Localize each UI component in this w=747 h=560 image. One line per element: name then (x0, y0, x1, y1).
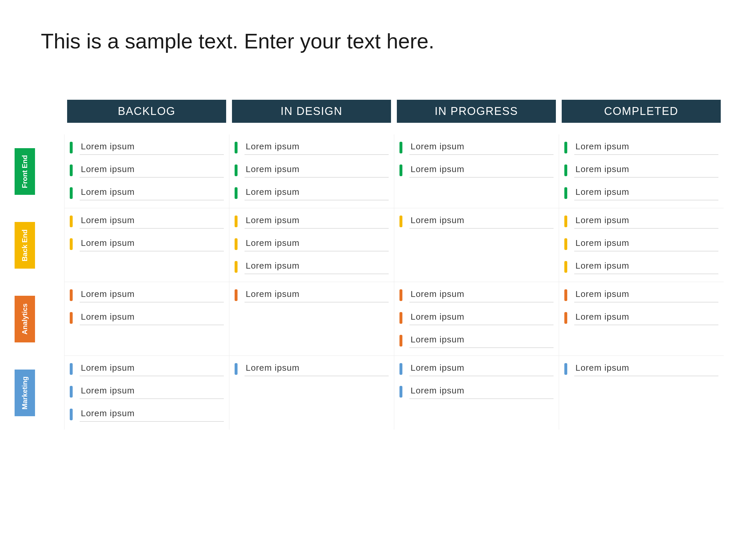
board-cell: Lorem ipsumLorem ipsum (64, 282, 229, 356)
card-text: Lorem ipsum (80, 237, 224, 251)
row-label: Front End (15, 148, 35, 195)
kanban-card[interactable]: Lorem ipsum (70, 237, 224, 251)
kanban-card[interactable]: Lorem ipsum (235, 237, 389, 251)
column-header: BACKLOG (67, 100, 226, 123)
row-label: Analytics (15, 296, 35, 342)
board-cell: Lorem ipsum (559, 356, 724, 430)
card-text: Lorem ipsum (244, 140, 389, 155)
card-text: Lorem ipsum (574, 260, 718, 274)
column-header: IN DESIGN (232, 100, 391, 123)
card-text: Lorem ipsum (244, 288, 389, 302)
kanban-card[interactable]: Lorem ipsum (564, 163, 718, 178)
kanban-card[interactable]: Lorem ipsum (400, 214, 553, 229)
slide: This is a sample text. Enter your text h… (0, 0, 747, 560)
kanban-card[interactable]: Lorem ipsum (70, 288, 224, 302)
card-text: Lorem ipsum (409, 362, 553, 376)
card-color-tick (564, 289, 567, 301)
kanban-card[interactable]: Lorem ipsum (235, 214, 389, 229)
card-text: Lorem ipsum (80, 186, 224, 201)
column-header: COMPLETED (562, 100, 721, 123)
card-color-tick (564, 216, 567, 227)
card-color-tick (70, 312, 73, 324)
card-color-tick (70, 289, 73, 301)
card-color-tick (235, 238, 237, 250)
kanban-card[interactable]: Lorem ipsum (400, 362, 553, 376)
kanban-card[interactable]: Lorem ipsum (70, 311, 224, 325)
kanban-card[interactable]: Lorem ipsum (70, 140, 224, 155)
kanban-card[interactable]: Lorem ipsum (400, 311, 553, 325)
board-cell: Lorem ipsum (229, 356, 394, 430)
card-color-tick (70, 386, 73, 398)
kanban-card[interactable]: Lorem ipsum (400, 384, 553, 399)
row-label-wrap: Analytics (12, 282, 64, 356)
card-text: Lorem ipsum (409, 140, 553, 155)
card-color-tick (235, 216, 237, 227)
kanban-card[interactable]: Lorem ipsum (70, 163, 224, 178)
card-text: Lorem ipsum (574, 288, 718, 302)
row-label: Back End (15, 222, 35, 269)
board-cell: Lorem ipsum (394, 208, 559, 282)
board-cell: Lorem ipsumLorem ipsum (559, 282, 724, 356)
board-cell: Lorem ipsumLorem ipsumLorem ipsum (229, 134, 394, 208)
kanban-card[interactable]: Lorem ipsum (70, 407, 224, 422)
card-color-tick (70, 216, 73, 227)
kanban-card[interactable]: Lorem ipsum (564, 288, 718, 302)
card-color-tick (400, 164, 403, 176)
kanban-card[interactable]: Lorem ipsum (70, 186, 224, 201)
card-color-tick (564, 312, 567, 324)
kanban-board: BACKLOGIN DESIGNIN PROGRESSCOMPLETEDFron… (12, 100, 724, 430)
card-color-tick (400, 289, 403, 301)
kanban-card[interactable]: Lorem ipsum (70, 214, 224, 229)
kanban-card[interactable]: Lorem ipsum (564, 140, 718, 155)
row-label-wrap: Front End (12, 134, 64, 208)
card-text: Lorem ipsum (409, 334, 553, 348)
card-text: Lorem ipsum (409, 384, 553, 399)
board-cell: Lorem ipsumLorem ipsum (394, 134, 559, 208)
card-text: Lorem ipsum (80, 163, 224, 178)
card-text: Lorem ipsum (409, 163, 553, 178)
kanban-card[interactable]: Lorem ipsum (564, 237, 718, 251)
row-label-wrap: Marketing (12, 356, 64, 430)
kanban-card[interactable]: Lorem ipsum (564, 362, 718, 376)
kanban-card[interactable]: Lorem ipsum (70, 384, 224, 399)
kanban-card[interactable]: Lorem ipsum (235, 362, 389, 376)
kanban-card[interactable]: Lorem ipsum (235, 186, 389, 201)
card-text: Lorem ipsum (80, 407, 224, 422)
column-header: IN PROGRESS (397, 100, 556, 123)
kanban-card[interactable]: Lorem ipsum (235, 140, 389, 155)
card-color-tick (564, 261, 567, 273)
kanban-card[interactable]: Lorem ipsum (70, 362, 224, 376)
kanban-card[interactable]: Lorem ipsum (400, 163, 553, 178)
card-color-tick (235, 363, 237, 375)
card-color-tick (400, 216, 403, 227)
card-color-tick (564, 238, 567, 250)
kanban-card[interactable]: Lorem ipsum (564, 214, 718, 229)
board-cell: Lorem ipsumLorem ipsumLorem ipsum (64, 356, 229, 430)
card-text: Lorem ipsum (574, 311, 718, 325)
card-text: Lorem ipsum (244, 214, 389, 229)
card-color-tick (400, 142, 403, 153)
kanban-card[interactable]: Lorem ipsum (235, 260, 389, 274)
kanban-card[interactable]: Lorem ipsum (235, 288, 389, 302)
card-text: Lorem ipsum (574, 163, 718, 178)
kanban-card[interactable]: Lorem ipsum (235, 163, 389, 178)
card-text: Lorem ipsum (409, 288, 553, 302)
kanban-card[interactable]: Lorem ipsum (564, 311, 718, 325)
card-color-tick (70, 238, 73, 250)
row-label-wrap: Back End (12, 208, 64, 282)
card-text: Lorem ipsum (574, 362, 718, 376)
kanban-card[interactable]: Lorem ipsum (564, 260, 718, 274)
card-color-tick (235, 187, 237, 199)
card-color-tick (235, 164, 237, 176)
card-color-tick (564, 164, 567, 176)
board-cell: Lorem ipsum (229, 282, 394, 356)
kanban-card[interactable]: Lorem ipsum (400, 288, 553, 302)
kanban-card[interactable]: Lorem ipsum (400, 140, 553, 155)
board-corner (12, 100, 64, 134)
kanban-card[interactable]: Lorem ipsum (564, 186, 718, 201)
kanban-card[interactable]: Lorem ipsum (400, 334, 553, 348)
card-color-tick (70, 187, 73, 199)
card-color-tick (564, 142, 567, 153)
board-cell: Lorem ipsumLorem ipsum (64, 208, 229, 282)
card-color-tick (400, 335, 403, 347)
